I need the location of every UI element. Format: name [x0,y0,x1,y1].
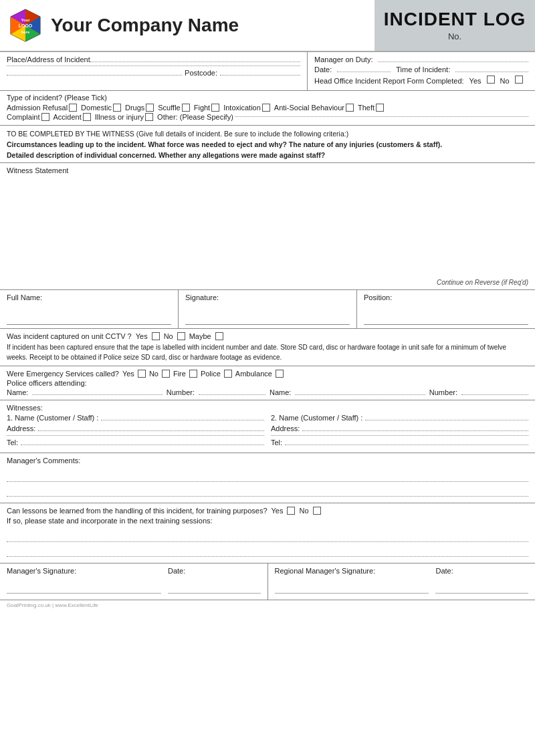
checkbox-domestic[interactable] [113,104,121,112]
yes-checkbox[interactable] [487,76,495,84]
emergency-fire-checkbox[interactable] [189,370,197,378]
bottom-sig-section: Manager's Signature: Date: Regional Mana… [0,563,535,600]
training-question: Can lessons be learned from the handling… [7,507,268,515]
officer-num2-label: Number: [429,388,457,396]
witness2-addr-row: Address: [271,424,528,432]
head-office-label: Head Office Incident Report Form Complet… [314,77,464,85]
manager-date-label: Date: [168,567,261,575]
witness2-name-label: 2. Name (Customer / Staff) : [271,414,362,422]
officers-label-row: Police officers attending: [7,379,528,387]
manager-section: Manager's Comments: [0,453,535,503]
type-label-complaint: Complaint [7,113,40,121]
officer-num2-dotted [461,394,528,395]
witness2-addr2-dotted [271,435,528,436]
cctv-maybe-label: Maybe [189,332,211,340]
svg-text:here: here [21,30,30,34]
witness-tel-col2: Tel: [271,438,528,448]
manager-comments-label: Manager's Comments: [7,457,528,465]
checkbox-intoxication[interactable] [262,104,270,112]
cctv-maybe-checkbox[interactable] [215,332,223,340]
type-scuffle: Scuffle [158,104,189,112]
witness-instructions-line1: TO BE COMPLETED BY THE WITNESS (Give ful… [7,129,528,140]
postcode-row: Postcode: [7,69,300,77]
regional-sig-line [275,579,429,594]
training-no-checkbox[interactable] [313,507,321,515]
regional-date-line [435,579,528,594]
witness2-addr2-row [271,435,528,436]
emergency-section: Were Emergency Services called? Yes No F… [0,366,535,400]
page: Your LOGO here Your Company Name INCIDEN… [0,0,535,756]
head-office-row: Head Office Incident Report Form Complet… [314,76,528,85]
witness-col2: 2. Name (Customer / Staff) : [271,414,528,423]
training-line-1 [7,530,528,542]
cctv-row: Was incident captured on unit CCTV ? Yes… [7,332,528,340]
type-label-accident: Accident [54,113,82,121]
training-yes-label: Yes [272,507,284,515]
emergency-ambulance-checkbox[interactable] [276,370,284,378]
emergency-police-checkbox[interactable] [224,370,232,378]
cctv-no-label: No [164,332,173,340]
manager-date-line [168,579,261,594]
checkbox-complaint[interactable] [41,113,49,121]
regional-date-label: Date: [435,567,528,575]
training-row: Can lessons be learned from the handling… [7,507,528,515]
manager-sig-cell: Manager's Signature: Date: [0,563,268,600]
witness1-tel-dotted [21,445,264,445]
emergency-ambulance-label: Ambulance [235,370,272,378]
witnesses-title-row: Witnesses: [7,404,528,412]
cctv-yes-checkbox[interactable] [152,332,160,340]
emergency-no-checkbox[interactable] [162,370,170,378]
manager-sig-inner: Manager's Signature: [7,567,161,594]
cctv-yes-label: Yes [136,332,148,340]
statement-area[interactable] [7,177,528,281]
witnesses-title: Witnesses: [7,404,43,412]
manager-date-inner: Date: [168,567,261,594]
checkbox-antisocial[interactable] [346,104,354,112]
cctv-section: Was incident captured on unit CCTV ? Yes… [0,329,535,366]
witnesses-addr2-row [7,435,528,437]
type-label-antisocial: Anti-Social Behaviour [274,104,344,112]
checkbox-accident[interactable] [83,113,91,121]
witness2-tel-label: Tel: [271,438,282,447]
type-antisocial: Anti-Social Behaviour [274,104,354,112]
checkbox-fight[interactable] [211,104,219,112]
yes-label: Yes [469,77,481,85]
type-label-illness: Illness or injury [95,113,144,121]
training-lines [7,530,528,557]
fullname-label: Full Name: [7,293,171,301]
witness2-address-label: Address: [271,424,300,432]
fullname-cell: Full Name: [0,290,179,328]
incident-type-title: Type of incident? (Please Tick) [7,94,528,102]
type-label-intoxication: Intoxication [223,104,261,112]
emergency-no-label: No [149,370,158,378]
type-illness: Illness or injury [95,113,153,121]
witness-addr2-col2 [271,435,528,437]
witness1-tel-label: Tel: [7,438,18,447]
no-checkbox[interactable] [515,76,523,84]
manager-row: Manager on Duty: [314,55,528,64]
incident-log-no: No. [448,31,461,41]
continue-note: Continue on Reverse (if Req'd) [437,279,528,286]
witness-col1: 1. Name (Customer / Staff) : [7,414,264,423]
witness1-name-label: 1. Name (Customer / Staff) : [7,414,98,422]
witness2-tel-row: Tel: [271,438,528,447]
cctv-no-checkbox[interactable] [177,332,185,340]
emergency-question: Were Emergency Services called? [7,370,119,378]
regional-date-inner: Date: [435,567,528,594]
info-right: Manager on Duty: Date: Time of Incident:… [308,52,535,90]
other-dotted [235,116,528,117]
checkbox-admission[interactable] [69,104,77,112]
checkbox-theft[interactable] [376,104,384,112]
time-dotted [455,72,528,72]
incident-type-section: Type of incident? (Please Tick) Admissio… [0,91,535,126]
place-row2 [7,66,300,67]
checkbox-scuffle[interactable] [182,104,190,112]
training-yes-checkbox[interactable] [287,507,295,515]
witness1-name-row: 1. Name (Customer / Staff) : [7,414,264,422]
emergency-yes-checkbox[interactable] [138,370,146,378]
checkbox-drugs[interactable] [146,104,154,112]
type-admission: Admission Refusal [7,104,77,112]
checkbox-illness[interactable] [145,113,153,121]
officer-name2-label: Name: [270,388,291,396]
training-no-label: No [299,507,308,515]
